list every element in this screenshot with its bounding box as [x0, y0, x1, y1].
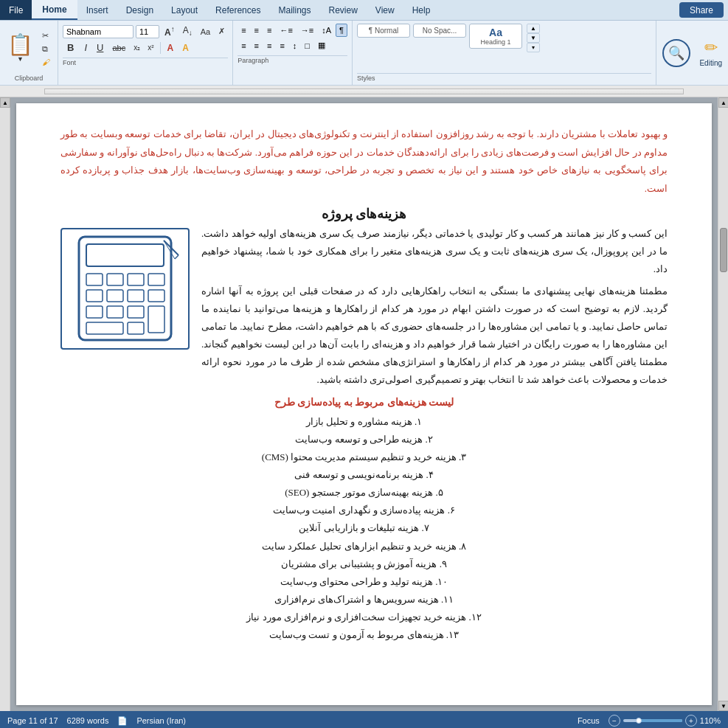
calculator-svg [68, 233, 182, 344]
align-right-button[interactable]: ≡ [263, 39, 275, 52]
strikethrough-button[interactable]: abc [108, 42, 129, 54]
svg-rect-8 [128, 290, 144, 302]
font-label: Font [63, 58, 228, 66]
justify-button[interactable]: ≡ [276, 39, 288, 52]
list-item: ۲. هزینه طراحی و توسعه وب‌سایت [60, 431, 668, 448]
share-button[interactable]: Share [679, 2, 724, 18]
scroll-thumb[interactable] [720, 228, 727, 272]
status-bar: Page 11 of 17 6289 words 📄 Persian (Iran… [0, 711, 728, 728]
editing-icon: ✏ [704, 38, 718, 58]
svg-rect-3 [107, 274, 123, 285]
search-area[interactable]: 🔍 [662, 39, 690, 67]
list-item: ۶. هزینه پیاده‌سازی و نگهداری امنیت وب‌س… [60, 502, 668, 519]
clear-format-button[interactable]: ✗ [215, 25, 228, 38]
svg-rect-10 [86, 306, 103, 318]
list-item: ۴. هزینه برنامه‌نویسی و توسعه فنی [60, 466, 668, 484]
list-item: ۱. هزینه مشاوره و تحلیل بازار [60, 413, 668, 431]
italic-button[interactable]: I [80, 41, 91, 55]
style-heading1[interactable]: Aa Heading 1 [469, 24, 522, 49]
numbering-button[interactable]: ≡ [251, 24, 263, 37]
tab-help[interactable]: Help [403, 0, 440, 20]
multilevel-button[interactable]: ≡ [263, 24, 275, 37]
shading-button[interactable]: □ [301, 39, 313, 52]
styles-more[interactable]: ▾ [527, 43, 540, 52]
clipboard-group: 📋 ▼ ✂ ⧉ 🖌 Clipboard [0, 21, 58, 85]
tab-layout[interactable]: Layout [162, 0, 207, 20]
list-item: ۱۳. هزینه‌های مربوط به آزمون و تست وب‌سا… [60, 626, 668, 644]
show-para-button[interactable]: ¶ [336, 24, 347, 37]
superscript-button[interactable]: x² [145, 42, 156, 53]
tab-file[interactable]: File [0, 0, 32, 20]
tab-review[interactable]: Review [319, 0, 366, 20]
bold-button[interactable]: B [63, 41, 78, 55]
tab-home[interactable]: Home [32, 0, 77, 20]
font-group: A↑ A↓ Aa ✗ B I U abc x₂ x² A A Font [58, 21, 233, 85]
font-color-button[interactable]: A [164, 41, 178, 55]
list-item: ۳. هزینه خرید و تنظیم سیستم مدیریت محتوا… [60, 448, 668, 466]
tab-view[interactable]: View [367, 0, 403, 20]
scroll-down-button[interactable]: ▼ [718, 701, 728, 711]
clipboard-label: Clipboard [15, 74, 44, 82]
main-area: ▲ و بهبود تعاملات با مشتریان دارند. با ت… [0, 97, 728, 711]
scroll-up-button[interactable]: ▲ [718, 97, 728, 108]
font-size-input[interactable] [136, 25, 159, 38]
ribbon-controls: 📋 ▼ ✂ ⧉ 🖌 Clipboard [0, 21, 728, 86]
para1: این کسب و کار نیز همانند هر کسب و کار تو… [201, 225, 668, 278]
calculator-image [60, 228, 190, 350]
svg-rect-6 [86, 290, 103, 302]
zoom-slider[interactable] [623, 719, 682, 722]
editing-area: ✏ Editing [699, 38, 722, 67]
styles-group: ¶ Normal No Spac... Aa Heading 1 ▲ ▼ ▾ S… [353, 21, 656, 85]
list-item: ۱۱. هزینه سرویس‌ها و اشتراک‌های نرم‌افزا… [60, 591, 668, 609]
styles-label: Styles [357, 73, 651, 82]
focus-button[interactable]: Focus [578, 716, 600, 725]
doc-check-icon[interactable]: 📄 [117, 716, 128, 726]
right-controls: 🔍 ✏ Editing [656, 21, 728, 85]
tab-design[interactable]: Design [117, 0, 162, 20]
underline-button[interactable]: U [93, 41, 107, 55]
increase-font-button[interactable]: A↑ [162, 24, 178, 39]
svg-rect-13 [148, 306, 164, 333]
page-info: Page 11 of 17 [7, 716, 58, 725]
tab-insert[interactable]: Insert [77, 0, 117, 20]
format-painter-button[interactable]: 🖌 [39, 56, 53, 68]
copy-button[interactable]: ⧉ [39, 43, 53, 55]
zoom-in-button[interactable]: + [685, 715, 697, 727]
bullets-button[interactable]: ≡ [238, 24, 249, 37]
cut-icon: ✂ [42, 31, 49, 41]
tab-bar: File Home Insert Design Layout Reference… [0, 0, 728, 21]
svg-line-17 [175, 255, 178, 259]
sort-button[interactable]: ↕A [318, 24, 335, 37]
line-spacing-button[interactable]: ↕ [289, 39, 301, 52]
list-items-container: ۱. هزینه مشاوره و تحلیل بازار ۲. هزینه ط… [60, 413, 668, 644]
styles-scroll-down[interactable]: ▼ [527, 33, 540, 43]
svg-rect-11 [107, 306, 123, 318]
list-item: ۷. هزینه تبلیغات و بازاریابی آنلاین [60, 519, 668, 537]
content-with-image: این کسب و کار نیز همانند هر کسب و کار تو… [60, 225, 668, 389]
style-normal[interactable]: ¶ Normal [357, 24, 410, 38]
borders-button[interactable]: ▦ [314, 38, 329, 52]
font-name-input[interactable] [63, 25, 134, 38]
vertical-scrollbar[interactable]: ▲ ▼ [718, 97, 728, 711]
section-title-area: هزینه‌های پروژه [60, 206, 668, 222]
subscript-button[interactable]: x₂ [131, 42, 143, 53]
paste-button[interactable]: 📋 ▼ [4, 33, 36, 64]
vertical-scroll-up[interactable]: ▲ [0, 97, 10, 108]
align-left-button[interactable]: ≡ [238, 39, 249, 52]
change-case-button[interactable]: Aa [198, 26, 213, 38]
para2: مطمئنا هزینه‌های نهایی پیشنهادی ما بستگی… [201, 282, 668, 389]
decrease-indent-button[interactable]: ←≡ [276, 24, 296, 37]
highlight-button[interactable]: A [178, 41, 193, 55]
cut-button[interactable]: ✂ [39, 30, 53, 42]
zoom-out-button[interactable]: − [609, 715, 620, 727]
decrease-font-button[interactable]: A↓ [180, 24, 195, 38]
center-button[interactable]: ≡ [251, 39, 263, 52]
tab-mailings[interactable]: Mailings [269, 0, 319, 20]
svg-rect-2 [86, 274, 103, 285]
styles-scroll-up[interactable]: ▲ [527, 24, 540, 33]
increase-indent-button[interactable]: →≡ [297, 24, 317, 37]
tab-references[interactable]: References [207, 0, 269, 20]
document-page: و بهبود تعاملات با مشتریان دارند. با توج… [16, 103, 712, 705]
svg-rect-7 [107, 290, 123, 302]
style-no-space[interactable]: No Spac... [413, 24, 466, 38]
